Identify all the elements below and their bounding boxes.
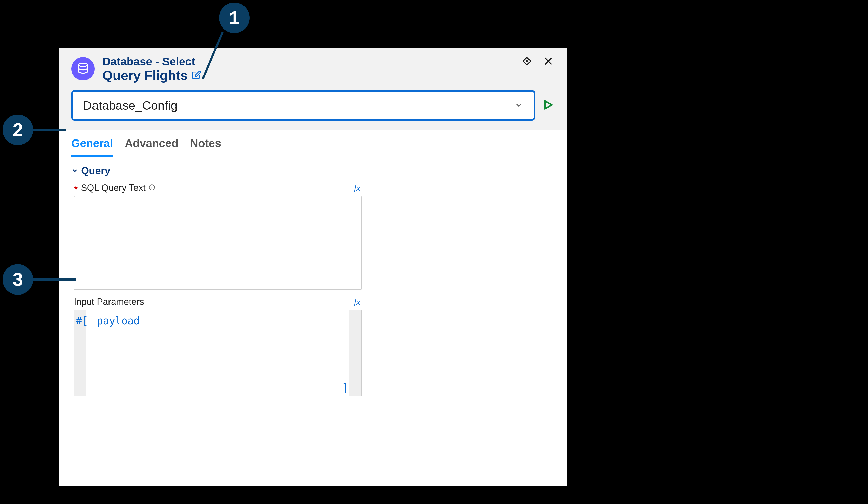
sql-label-text: SQL Query Text <box>81 182 146 193</box>
svg-point-1 <box>526 60 528 62</box>
component-title-row: Query Flights <box>102 68 514 83</box>
callout-1-label: 1 <box>229 7 239 28</box>
header-actions <box>521 55 554 67</box>
panel-body: Query * SQL Query Text fx Input Paramete… <box>59 157 567 486</box>
input-params-label-row: Input Parameters fx <box>74 296 362 307</box>
callout-2-label: 2 <box>13 119 23 140</box>
sql-label-row: * SQL Query Text fx <box>74 182 362 193</box>
svg-marker-4 <box>545 101 552 109</box>
fx-button-params[interactable]: fx <box>352 297 362 307</box>
locate-icon[interactable] <box>521 55 533 67</box>
fx-button-sql[interactable]: fx <box>352 183 362 193</box>
callout-3: 3 <box>2 264 33 295</box>
chevron-down-icon <box>514 98 524 113</box>
config-panel: Database - Select Query Flights <box>59 48 567 486</box>
section-query-label: Query <box>81 165 111 176</box>
tabs: General Advanced Notes <box>59 130 567 157</box>
title-block: Database - Select Query Flights <box>102 55 514 83</box>
input-params-label: Input Parameters <box>74 296 144 307</box>
svg-point-7 <box>152 186 152 187</box>
tab-general[interactable]: General <box>71 137 113 157</box>
input-params-label-text: Input Parameters <box>74 296 144 307</box>
code-content: payload <box>86 310 350 396</box>
chevron-down-icon <box>71 165 79 176</box>
header-top-row: Database - Select Query Flights <box>71 55 554 83</box>
run-icon[interactable] <box>542 99 554 112</box>
config-select[interactable]: Database_Config <box>71 90 535 120</box>
callout-2: 2 <box>2 115 33 145</box>
panel-header: Database - Select Query Flights <box>59 48 567 130</box>
code-scroll-gutter <box>350 310 361 396</box>
tab-advanced[interactable]: Advanced <box>125 137 178 157</box>
svg-point-0 <box>79 63 87 66</box>
section-query-header[interactable]: Query <box>71 165 554 176</box>
field-input-parameters: Input Parameters fx #[ payload ] <box>74 296 362 396</box>
config-select-value: Database_Config <box>83 98 177 113</box>
close-icon[interactable] <box>543 55 554 67</box>
component-type-label: Database - Select <box>102 55 514 68</box>
input-params-editor[interactable]: #[ payload ] <box>74 310 362 396</box>
info-icon[interactable] <box>148 182 155 193</box>
field-sql-query: * SQL Query Text fx <box>74 182 362 291</box>
sql-label: * SQL Query Text <box>74 182 155 193</box>
edit-title-icon[interactable] <box>191 70 202 81</box>
callout-2-connector <box>33 129 66 131</box>
sql-query-textarea[interactable] <box>74 196 362 290</box>
database-icon <box>71 57 95 81</box>
code-close-bracket: ] <box>342 381 349 394</box>
callout-1: 1 <box>219 2 250 33</box>
callout-3-label: 3 <box>13 269 23 290</box>
tab-notes[interactable]: Notes <box>190 137 221 157</box>
component-title: Query Flights <box>102 68 188 83</box>
callout-3-connector <box>33 279 76 281</box>
config-row: Database_Config <box>71 90 554 120</box>
